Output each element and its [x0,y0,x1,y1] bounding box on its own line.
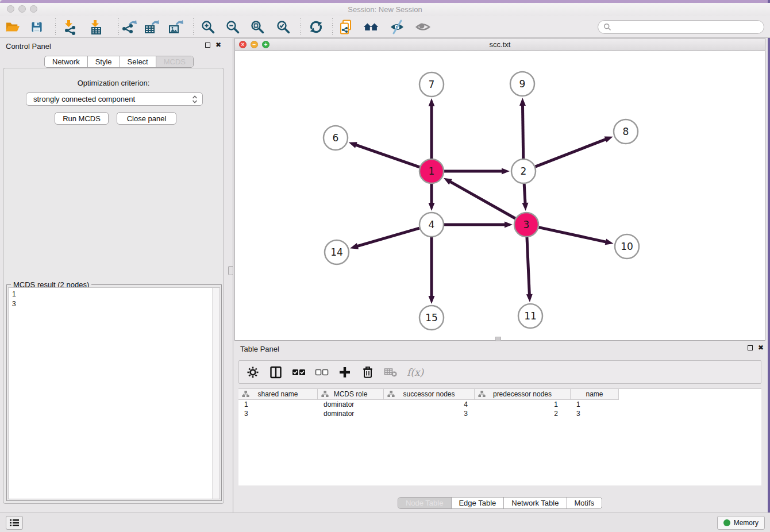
edge-3-11[interactable] [527,237,529,296]
edge-arrowhead [429,296,435,304]
table-header-row: shared name MCDS role successor nodes pr… [238,389,761,400]
cell-name: 3 [571,409,619,418]
network-window-title: scc.txt [235,40,765,49]
vertical-splitter[interactable] [233,38,233,512]
close-panel-icon[interactable]: ✖ [758,345,764,350]
edge-2-9[interactable] [522,104,523,159]
main-toolbar [0,16,770,38]
search-input[interactable] [614,23,764,31]
status-bar: Memory [0,512,770,532]
column-header-name[interactable]: name [571,389,619,400]
tab-select[interactable]: Select [120,56,156,67]
function-builder-icon: f(x) [407,367,424,378]
mcds-pane: Optimization criterion: strongly connect… [3,68,224,504]
edge-arrowhead [349,142,357,148]
column-header-predecessor-nodes[interactable]: predecessor nodes [475,389,571,400]
zoom-selected-icon[interactable] [275,19,291,35]
settings-gear-icon[interactable] [246,365,260,379]
edge-2-8[interactable] [536,139,607,167]
save-session-icon[interactable] [29,19,45,35]
float-panel-icon[interactable] [205,43,210,48]
deselect-all-icon[interactable] [315,365,329,379]
search-icon [603,23,611,31]
tab-motifs[interactable]: Motifs [567,498,602,508]
show-panels-icon[interactable] [415,19,431,35]
graph-node-label: 4 [429,219,435,230]
select-all-icon[interactable] [292,365,306,379]
import-table-icon[interactable] [87,19,103,35]
close-panel-icon[interactable]: ✖ [215,43,221,48]
table-row[interactable]: 1dominator411 [238,400,761,409]
control-panel-title: Control Panel [6,42,51,51]
criterion-dropdown[interactable]: strongly connected component [26,92,203,106]
toolbar-separator [332,18,333,36]
add-row-icon[interactable] [338,365,352,379]
zoom-out-icon[interactable] [225,19,241,35]
edge-3-1[interactable] [449,181,515,218]
horizontal-splitter-grip[interactable] [495,337,501,341]
export-table-icon[interactable] [143,19,159,35]
toolbar-separator [193,18,194,36]
clone-network-icon[interactable] [338,19,354,35]
tab-network[interactable]: Network [45,56,88,67]
hide-panels-icon[interactable] [389,19,405,35]
task-history-button[interactable] [6,516,23,530]
edge-arrowhead [505,222,513,228]
memory-button[interactable]: Memory [717,516,765,530]
vertical-splitter-grip[interactable] [228,266,233,275]
network-graph[interactable]: 1234678910111415 [235,51,765,340]
import-network-icon[interactable] [61,19,77,35]
tab-mcds[interactable]: MCDS [156,56,193,67]
apply-layout-icon[interactable] [308,19,324,35]
reset-view-icon[interactable] [363,19,379,35]
cell-shared-name: 1 [238,400,318,409]
column-header-successor-nodes[interactable]: successor nodes [384,389,475,400]
graph-node-label: 1 [429,165,435,177]
tab-style[interactable]: Style [88,56,120,67]
criterion-value: strongly connected component [33,95,135,103]
delete-rows-icon[interactable] [361,365,375,379]
application-window: { "window": { "title": "Session: New Ses… [0,0,770,532]
toggle-columns-icon[interactable] [269,365,283,379]
float-panel-icon[interactable] [748,345,753,350]
run-mcds-button[interactable]: Run MCDS [55,112,109,125]
export-image-icon[interactable] [167,19,183,35]
cell-predecessor-nodes: 2 [475,409,571,418]
table-tabs: Node TableEdge TableNetwork TableMotifs [398,497,602,509]
tab-edge-table[interactable]: Edge Table [451,498,504,508]
edge-1-6[interactable] [355,144,419,167]
graph-node-label: 2 [521,165,527,177]
zoom-in-icon[interactable] [200,19,216,35]
graph-node-label: 10 [621,241,633,252]
graph-node-label: 11 [524,310,537,322]
edge-arrowhead [526,294,533,302]
table-row[interactable]: 3dominator323 [238,409,761,418]
node-table: shared name MCDS role successor nodes pr… [238,388,761,485]
close-panel-button[interactable]: Close panel [117,112,176,125]
table-body: 1dominator4113dominator323 [238,400,761,418]
open-session-icon[interactable] [5,19,21,35]
column-header-shared-name[interactable]: shared name [238,389,318,400]
search-field[interactable] [598,20,764,34]
edge-arrowhead [605,239,614,245]
optimization-criterion-label: Optimization criterion: [3,79,224,87]
edge-arrowhead [429,203,435,211]
control-panel-tabs: NetworkStyleSelectMCDS [44,56,194,68]
scrollbar[interactable] [212,288,220,499]
table-panel: Table Panel ✖ f(x) [234,342,765,510]
tab-node-table[interactable]: Node Table [398,498,452,508]
edge-2-3[interactable] [524,184,525,205]
mcds-result-text[interactable]: 1 3 [8,287,220,499]
tab-network-table[interactable]: Network Table [504,498,567,508]
memory-label: Memory [734,519,759,527]
export-network-icon[interactable] [121,19,137,35]
zoom-fit-icon[interactable] [249,19,265,35]
column-header-mcds-role[interactable]: MCDS role [318,389,384,400]
network-canvas[interactable]: 1234678910111415 [235,51,765,340]
control-panel: Control Panel ✖ NetworkStyleSelectMCDS O… [0,38,227,512]
edge-3-10[interactable] [538,228,607,242]
hierarchy-icon [478,391,486,398]
network-window-titlebar[interactable]: × − + scc.txt [235,38,765,51]
mcds-result-group: MCDS result (2 nodes) 1 3 [6,284,222,501]
edge-4-14[interactable] [356,228,419,246]
